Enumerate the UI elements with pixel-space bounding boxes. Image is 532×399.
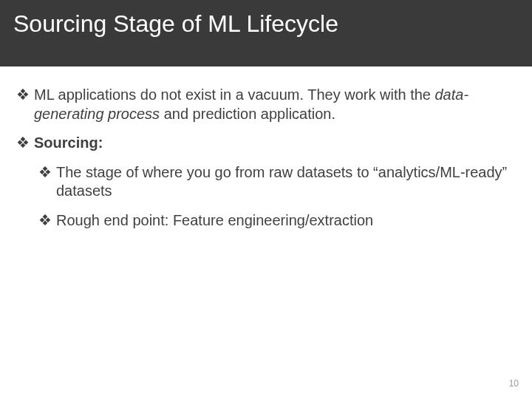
bullet-item-nested: ❖ Rough end point: Feature engineering/e… xyxy=(38,211,516,231)
bullet-text-bold: Sourcing: xyxy=(34,134,516,153)
slide-title: Sourcing Stage of ML Lifecycle xyxy=(13,10,532,38)
diamond-bullet-icon: ❖ xyxy=(38,211,52,231)
bullet-item-nested: ❖ The stage of where you go from raw dat… xyxy=(38,163,516,201)
text-fragment: and prediction application. xyxy=(160,106,335,122)
slide-content: ❖ ML applications do not exist in a vacu… xyxy=(0,66,532,231)
diamond-bullet-icon: ❖ xyxy=(16,134,30,153)
title-bar: Sourcing Stage of ML Lifecycle xyxy=(0,0,532,66)
bullet-text: ML applications do not exist in a vacuum… xyxy=(34,86,516,123)
diamond-bullet-icon: ❖ xyxy=(16,86,30,123)
text-fragment: ML applications do not exist in a vacuum… xyxy=(34,86,435,103)
page-number: 10 xyxy=(509,378,519,389)
bullet-text: The stage of where you go from raw datas… xyxy=(56,163,516,201)
bullet-text: Rough end point: Feature engineering/ext… xyxy=(56,211,516,231)
bullet-item: ❖ Sourcing: xyxy=(16,134,516,153)
bullet-item: ❖ ML applications do not exist in a vacu… xyxy=(16,86,516,123)
diamond-bullet-icon: ❖ xyxy=(38,163,52,201)
